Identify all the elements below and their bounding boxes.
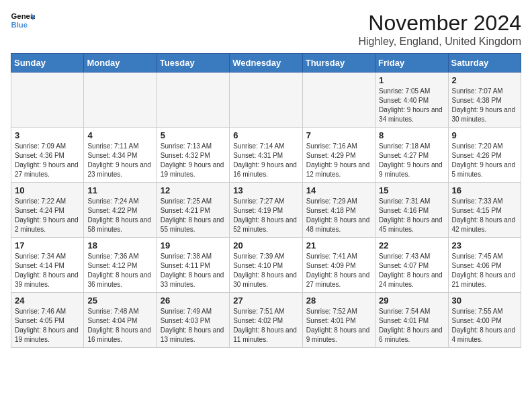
logo-icon: General Blue (11, 11, 35, 30)
day-info: Sunrise: 7:36 AM Sunset: 4:12 PM Dayligh… (87, 252, 152, 289)
week-row-1: 1Sunrise: 7:05 AM Sunset: 4:40 PM Daylig… (11, 73, 521, 128)
day-info: Sunrise: 7:38 AM Sunset: 4:11 PM Dayligh… (161, 252, 226, 289)
day-header-tuesday: Tuesday (157, 54, 229, 73)
day-cell: 27Sunrise: 7:51 AM Sunset: 4:02 PM Dayli… (230, 293, 302, 348)
day-cell: 12Sunrise: 7:25 AM Sunset: 4:21 PM Dayli… (157, 183, 229, 238)
day-cell: 25Sunrise: 7:48 AM Sunset: 4:04 PM Dayli… (84, 293, 157, 348)
day-info: Sunrise: 7:51 AM Sunset: 4:02 PM Dayligh… (233, 307, 298, 345)
calendar-header-row: SundayMondayTuesdayWednesdayThursdayFrid… (11, 54, 521, 73)
day-number: 3 (15, 130, 80, 140)
day-number: 30 (452, 295, 517, 306)
calendar-table: SundayMondayTuesdayWednesdayThursdayFrid… (11, 53, 521, 348)
day-number: 16 (452, 185, 517, 195)
day-info: Sunrise: 7:18 AM Sunset: 4:27 PM Dayligh… (379, 142, 444, 179)
logo: General Blue (11, 11, 35, 30)
day-cell: 7Sunrise: 7:16 AM Sunset: 4:29 PM Daylig… (302, 128, 375, 183)
week-row-5: 24Sunrise: 7:46 AM Sunset: 4:05 PM Dayli… (11, 293, 521, 348)
day-cell: 13Sunrise: 7:27 AM Sunset: 4:19 PM Dayli… (230, 183, 302, 238)
day-header-monday: Monday (84, 54, 157, 73)
calendar-body: 1Sunrise: 7:05 AM Sunset: 4:40 PM Daylig… (11, 73, 521, 348)
day-number: 5 (161, 130, 226, 140)
day-info: Sunrise: 7:09 AM Sunset: 4:36 PM Dayligh… (15, 142, 80, 179)
day-number: 1 (379, 75, 444, 85)
month-title: November 2024 (358, 11, 521, 36)
day-info: Sunrise: 7:13 AM Sunset: 4:32 PM Dayligh… (161, 142, 226, 179)
day-number: 2 (452, 75, 517, 85)
day-cell: 24Sunrise: 7:46 AM Sunset: 4:05 PM Dayli… (11, 293, 84, 348)
day-info: Sunrise: 7:22 AM Sunset: 4:24 PM Dayligh… (15, 197, 80, 234)
day-cell: 4Sunrise: 7:11 AM Sunset: 4:34 PM Daylig… (84, 128, 157, 183)
day-number: 20 (233, 240, 298, 250)
day-cell: 2Sunrise: 7:07 AM Sunset: 4:38 PM Daylig… (448, 73, 521, 128)
day-cell: 11Sunrise: 7:24 AM Sunset: 4:22 PM Dayli… (84, 183, 157, 238)
day-header-saturday: Saturday (448, 54, 521, 73)
day-cell: 19Sunrise: 7:38 AM Sunset: 4:11 PM Dayli… (157, 238, 229, 293)
day-number: 25 (87, 295, 152, 306)
day-cell: 26Sunrise: 7:49 AM Sunset: 4:03 PM Dayli… (157, 293, 229, 348)
day-cell (230, 73, 302, 128)
day-number: 19 (161, 240, 226, 250)
day-info: Sunrise: 7:14 AM Sunset: 4:31 PM Dayligh… (233, 142, 298, 179)
day-info: Sunrise: 7:05 AM Sunset: 4:40 PM Dayligh… (379, 87, 444, 124)
day-info: Sunrise: 7:20 AM Sunset: 4:26 PM Dayligh… (452, 142, 517, 179)
day-number: 14 (306, 185, 371, 195)
day-cell: 8Sunrise: 7:18 AM Sunset: 4:27 PM Daylig… (375, 128, 448, 183)
day-cell: 16Sunrise: 7:33 AM Sunset: 4:15 PM Dayli… (448, 183, 521, 238)
day-number: 21 (306, 240, 371, 250)
day-number: 29 (379, 295, 444, 306)
day-cell (84, 73, 157, 128)
day-number: 7 (306, 130, 371, 140)
day-cell (11, 73, 84, 128)
day-info: Sunrise: 7:43 AM Sunset: 4:07 PM Dayligh… (379, 252, 444, 289)
day-info: Sunrise: 7:46 AM Sunset: 4:05 PM Dayligh… (15, 307, 80, 345)
day-info: Sunrise: 7:39 AM Sunset: 4:10 PM Dayligh… (233, 252, 298, 289)
day-number: 12 (161, 185, 226, 195)
day-cell: 1Sunrise: 7:05 AM Sunset: 4:40 PM Daylig… (375, 73, 448, 128)
day-number: 28 (306, 295, 371, 306)
day-number: 6 (233, 130, 298, 140)
day-cell: 22Sunrise: 7:43 AM Sunset: 4:07 PM Dayli… (375, 238, 448, 293)
day-number: 8 (379, 130, 444, 140)
day-info: Sunrise: 7:27 AM Sunset: 4:19 PM Dayligh… (233, 197, 298, 234)
day-number: 13 (233, 185, 298, 195)
day-cell (157, 73, 229, 128)
location-title: Highley, England, United Kingdom (358, 36, 521, 48)
day-number: 11 (87, 185, 152, 195)
day-info: Sunrise: 7:48 AM Sunset: 4:04 PM Dayligh… (87, 307, 152, 345)
day-info: Sunrise: 7:41 AM Sunset: 4:09 PM Dayligh… (306, 252, 371, 289)
day-info: Sunrise: 7:34 AM Sunset: 4:14 PM Dayligh… (15, 252, 80, 289)
day-info: Sunrise: 7:54 AM Sunset: 4:01 PM Dayligh… (379, 307, 444, 345)
day-header-sunday: Sunday (11, 54, 84, 73)
day-cell: 9Sunrise: 7:20 AM Sunset: 4:26 PM Daylig… (448, 128, 521, 183)
day-number: 17 (15, 240, 80, 250)
day-cell: 23Sunrise: 7:45 AM Sunset: 4:06 PM Dayli… (448, 238, 521, 293)
day-info: Sunrise: 7:49 AM Sunset: 4:03 PM Dayligh… (161, 307, 226, 345)
day-cell: 15Sunrise: 7:31 AM Sunset: 4:16 PM Dayli… (375, 183, 448, 238)
day-info: Sunrise: 7:29 AM Sunset: 4:18 PM Dayligh… (306, 197, 371, 234)
day-cell: 6Sunrise: 7:14 AM Sunset: 4:31 PM Daylig… (230, 128, 302, 183)
day-cell: 28Sunrise: 7:52 AM Sunset: 4:01 PM Dayli… (302, 293, 375, 348)
day-info: Sunrise: 7:33 AM Sunset: 4:15 PM Dayligh… (452, 197, 517, 234)
day-cell: 21Sunrise: 7:41 AM Sunset: 4:09 PM Dayli… (302, 238, 375, 293)
day-number: 24 (15, 295, 80, 306)
week-row-4: 17Sunrise: 7:34 AM Sunset: 4:14 PM Dayli… (11, 238, 521, 293)
day-number: 4 (87, 130, 152, 140)
day-number: 23 (452, 240, 517, 250)
day-header-thursday: Thursday (302, 54, 375, 73)
day-info: Sunrise: 7:07 AM Sunset: 4:38 PM Dayligh… (452, 87, 517, 124)
day-info: Sunrise: 7:52 AM Sunset: 4:01 PM Dayligh… (306, 307, 371, 345)
header: General Blue November 2024 Highley, Engl… (11, 11, 521, 48)
day-cell: 10Sunrise: 7:22 AM Sunset: 4:24 PM Dayli… (11, 183, 84, 238)
day-info: Sunrise: 7:11 AM Sunset: 4:34 PM Dayligh… (87, 142, 152, 179)
svg-text:Blue: Blue (11, 21, 28, 29)
day-number: 18 (87, 240, 152, 250)
day-cell: 17Sunrise: 7:34 AM Sunset: 4:14 PM Dayli… (11, 238, 84, 293)
day-number: 10 (15, 185, 80, 195)
day-info: Sunrise: 7:16 AM Sunset: 4:29 PM Dayligh… (306, 142, 371, 179)
day-number: 9 (452, 130, 517, 140)
day-header-wednesday: Wednesday (230, 54, 302, 73)
day-number: 22 (379, 240, 444, 250)
day-number: 27 (233, 295, 298, 306)
day-info: Sunrise: 7:25 AM Sunset: 4:21 PM Dayligh… (161, 197, 226, 234)
day-cell: 20Sunrise: 7:39 AM Sunset: 4:10 PM Dayli… (230, 238, 302, 293)
